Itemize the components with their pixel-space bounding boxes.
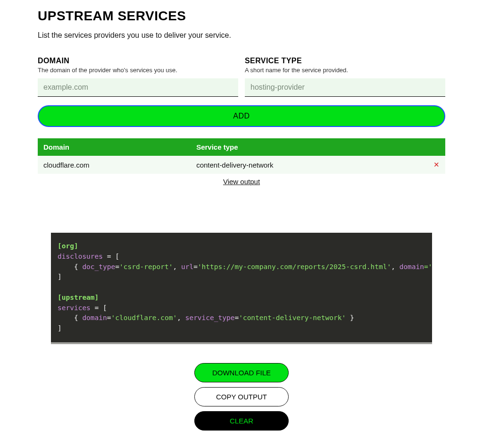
domain-label: DOMAIN xyxy=(38,57,238,65)
table-row: cloudflare.com content-delivery-network … xyxy=(38,156,445,174)
download-file-button[interactable]: DOWNLOAD FILE xyxy=(194,363,289,382)
service-type-input[interactable] xyxy=(245,78,445,97)
domain-hint: The domain of the provider who's service… xyxy=(38,67,238,74)
th-service-type: Service type xyxy=(191,138,426,156)
service-type-field-group: SERVICE TYPE A short name for the servic… xyxy=(245,57,445,97)
code-section-org: [org] xyxy=(58,242,78,250)
view-output-link[interactable]: View output xyxy=(38,178,445,186)
delete-row-icon[interactable]: ✕ xyxy=(433,161,440,169)
cell-service-type: content-delivery-network xyxy=(191,156,426,174)
section-subtitle: List the services providers you use to d… xyxy=(38,31,445,40)
th-actions xyxy=(426,138,445,156)
section-title: UPSTREAM SERVICES xyxy=(38,8,445,24)
copy-output-button[interactable]: COPY OUTPUT xyxy=(194,387,289,406)
code-key: disclosures xyxy=(58,253,103,260)
services-table: Domain Service type cloudflare.com conte… xyxy=(38,138,445,174)
domain-input[interactable] xyxy=(38,78,238,97)
code-section-upstream: [upstream] xyxy=(58,294,99,301)
output-code-block: [org] disclosures = [ { doc_type='csrd-r… xyxy=(51,233,432,344)
cell-domain: cloudflare.com xyxy=(38,156,191,174)
domain-field-group: DOMAIN The domain of the provider who's … xyxy=(38,57,238,97)
add-button[interactable]: ADD xyxy=(38,105,445,127)
th-domain: Domain xyxy=(38,138,191,156)
clear-button[interactable]: CLEAR xyxy=(194,411,289,431)
service-type-label: SERVICE TYPE xyxy=(245,57,445,65)
service-type-hint: A short name for the service provided. xyxy=(245,67,445,74)
